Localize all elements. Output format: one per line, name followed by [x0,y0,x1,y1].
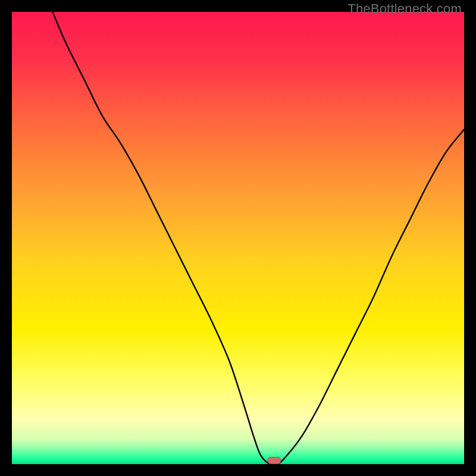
watermark-text: TheBottleneck.com [347,1,462,17]
chart-frame [12,12,464,464]
chart-svg [12,12,464,464]
optimal-point-marker [268,457,281,464]
gradient-background [12,12,464,464]
